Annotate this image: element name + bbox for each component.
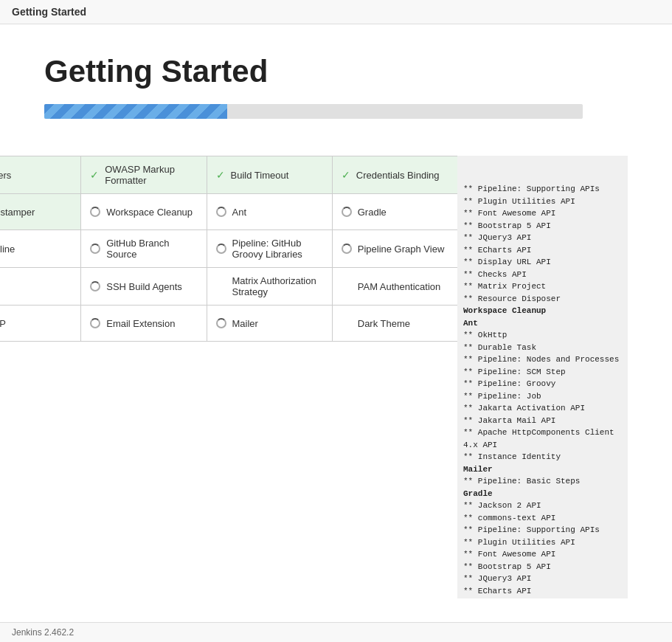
main-content: Getting Started bbox=[0, 24, 672, 156]
log-line: ** Jakarta Mail API bbox=[463, 415, 622, 427]
plugin-row: PipelineGitHub Branch SourcePipeline: Gi… bbox=[0, 230, 457, 268]
jenkins-version: Jenkins 2.462.2 bbox=[12, 627, 74, 638]
log-line: ** Font Awesome API bbox=[463, 548, 622, 561]
plugin-label: LDAP bbox=[0, 318, 6, 329]
log-line: ** ECharts API bbox=[463, 244, 622, 257]
plugin-row: LDAPEmail ExtensionMailerDark Theme bbox=[0, 306, 457, 342]
log-line: ** ECharts API bbox=[463, 585, 622, 598]
check-icon: ✓ bbox=[216, 169, 225, 181]
plugin-label: Dark Theme bbox=[358, 318, 410, 329]
plugin-cell: Gradle bbox=[333, 194, 457, 229]
plugin-label: Pipeline Graph View bbox=[358, 244, 445, 255]
right-panel: ** Pipeline: Supporting APIs** Plugin Ut… bbox=[457, 156, 628, 598]
spinner-icon bbox=[216, 207, 226, 217]
log-line: ** OkHttp bbox=[463, 329, 622, 342]
log-line: ** Pipeline: Groovy bbox=[463, 378, 622, 390]
log-line: ** commons-text API bbox=[463, 512, 622, 525]
log-line: ** Pipeline: Supporting APIs bbox=[463, 524, 622, 536]
plugin-label: Credentials Binding bbox=[356, 170, 440, 181]
plugin-cell: ✓Timestamper bbox=[0, 194, 81, 229]
plugin-label: SSH Build Agents bbox=[106, 281, 182, 292]
plugin-label: Mailer bbox=[232, 318, 258, 329]
plugin-grid: ✓Folders✓OWASP Markup Formatter✓Build Ti… bbox=[0, 156, 457, 598]
plugin-cell: Dark Theme bbox=[333, 306, 457, 341]
empty-icon bbox=[342, 318, 352, 328]
plugin-cell: Pipeline Graph View bbox=[333, 230, 457, 267]
plugin-cell: Pipeline bbox=[0, 230, 81, 267]
plugin-cell: PAM Authentication bbox=[333, 268, 457, 305]
plugin-label: Gradle bbox=[358, 207, 387, 218]
log-line: ** Pipeline: SCM Step bbox=[463, 366, 622, 379]
plugin-label: Matrix Authorization Strategy bbox=[232, 275, 323, 297]
plugin-cell: LDAP bbox=[0, 306, 81, 341]
footer: Jenkins 2.462.2 bbox=[0, 622, 672, 642]
empty-icon bbox=[216, 281, 226, 291]
log-line: ** Bootstrap 5 API bbox=[463, 561, 622, 573]
spinner-icon bbox=[342, 244, 352, 254]
empty-icon bbox=[342, 281, 352, 291]
plugin-label: Folders bbox=[0, 170, 11, 181]
plugin-cell: Matrix Authorization Strategy bbox=[207, 268, 333, 305]
plugin-label: GitHub Branch Source bbox=[106, 238, 197, 260]
plugin-cell: ✓Credentials Binding bbox=[333, 156, 457, 193]
check-icon: ✓ bbox=[90, 169, 99, 181]
log-line: Gradle bbox=[463, 488, 622, 500]
plugin-cell: Mailer bbox=[207, 306, 333, 341]
progress-bar-container bbox=[44, 104, 583, 119]
plugin-cell: Git bbox=[0, 268, 81, 305]
spinner-icon bbox=[90, 244, 100, 254]
plugin-label: Email Extension bbox=[106, 318, 175, 329]
plugin-label: Build Timeout bbox=[231, 170, 289, 181]
log-line: ** Resource Disposer bbox=[463, 293, 622, 306]
log-line: ** Display URL API bbox=[463, 256, 622, 269]
log-line: ** Display URL API bbox=[463, 597, 622, 598]
plugin-label: Ant bbox=[232, 207, 247, 218]
plugin-label: PAM Authentication bbox=[358, 281, 441, 292]
log-line: ** Pipeline: Basic Steps bbox=[463, 475, 622, 488]
spinner-icon bbox=[216, 318, 226, 328]
plugin-row: ✓TimestamperWorkspace CleanupAntGradle bbox=[0, 194, 457, 230]
log-line: ** Matrix Project bbox=[463, 280, 622, 293]
log-line: ** JQuery3 API bbox=[463, 573, 622, 585]
log-line: ** Font Awesome API bbox=[463, 207, 622, 220]
spinner-icon bbox=[90, 281, 100, 291]
plugin-label: Pipeline bbox=[0, 244, 15, 255]
plugin-cell: ✓Folders bbox=[0, 156, 81, 193]
spinner-icon bbox=[342, 207, 352, 217]
progress-bar-fill bbox=[44, 104, 227, 119]
log-line: ** Bootstrap 5 API bbox=[463, 220, 622, 232]
spinner-icon bbox=[90, 318, 100, 328]
split-layout: ✓Folders✓OWASP Markup Formatter✓Build Ti… bbox=[0, 156, 628, 598]
plugin-cell: Workspace Cleanup bbox=[81, 194, 207, 229]
plugin-cell: Ant bbox=[207, 194, 333, 229]
log-line: ** Instance Identity bbox=[463, 451, 622, 463]
log-line: Mailer bbox=[463, 463, 622, 476]
log-line: ** JQuery3 API bbox=[463, 232, 622, 244]
log-line: ** Plugin Utilities API bbox=[463, 536, 622, 549]
log-line: ** Pipeline: Job bbox=[463, 390, 622, 403]
log-line: ** Apache HttpComponents Client 4.x API bbox=[463, 427, 622, 451]
plugin-cell: SSH Build Agents bbox=[81, 268, 207, 305]
log-line: Ant bbox=[463, 317, 622, 330]
plugin-label: Workspace Cleanup bbox=[106, 207, 193, 218]
log-line: ** Pipeline: Supporting APIs bbox=[463, 183, 622, 196]
top-bar: Getting Started bbox=[0, 0, 672, 24]
log-line: ** Jackson 2 API bbox=[463, 500, 622, 512]
spinner-icon bbox=[216, 244, 226, 254]
plugin-cell: Email Extension bbox=[81, 306, 207, 341]
plugin-row: ✓Folders✓OWASP Markup Formatter✓Build Ti… bbox=[0, 156, 457, 194]
log-line: ** Durable Task bbox=[463, 342, 622, 354]
plugin-cell: Pipeline: GitHub Groovy Libraries bbox=[207, 230, 333, 267]
page-title: Getting Started bbox=[44, 54, 628, 89]
plugin-label: Pipeline: GitHub Groovy Libraries bbox=[232, 238, 323, 260]
log-line: ** Pipeline: Nodes and Processes bbox=[463, 353, 622, 366]
check-icon: ✓ bbox=[342, 169, 350, 181]
top-bar-title: Getting Started bbox=[12, 6, 86, 18]
log-line: Workspace Cleanup bbox=[463, 305, 622, 317]
log-line: ** Jakarta Activation API bbox=[463, 402, 622, 415]
plugin-cell: GitHub Branch Source bbox=[81, 230, 207, 267]
plugin-cell: ✓OWASP Markup Formatter bbox=[81, 156, 207, 193]
plugin-label: OWASP Markup Formatter bbox=[105, 164, 197, 186]
spinner-icon bbox=[90, 207, 100, 217]
plugin-cell: ✓Build Timeout bbox=[207, 156, 333, 193]
